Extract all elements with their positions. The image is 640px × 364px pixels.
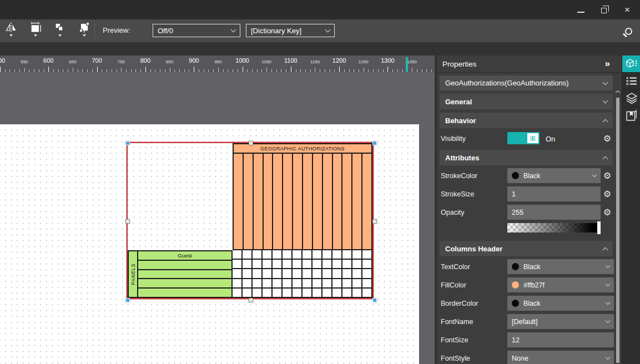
stroke-size-input[interactable]: 1 [507,186,601,201]
authorization-cell[interactable] [332,260,342,268]
authorization-cell[interactable] [273,289,283,297]
authorization-cell[interactable] [233,289,243,297]
authorization-cell[interactable] [263,279,273,287]
row-label-cell[interactable] [138,289,231,297]
authorization-cell[interactable] [332,250,342,259]
authorization-cell[interactable] [313,279,322,287]
authorization-cell[interactable] [362,279,371,287]
authorization-cell[interactable] [303,289,313,297]
transform-shape-button[interactable] [74,22,94,40]
authorization-cell[interactable] [283,289,293,297]
resize-handle-top-left[interactable] [125,141,130,145]
minimize-button[interactable] [569,0,592,19]
authorization-cell[interactable] [233,279,243,287]
scroll-up-icon[interactable] [616,90,620,95]
text-color-dropdown[interactable]: Black [507,259,614,274]
section-behavior[interactable]: Behavior [440,113,613,128]
authorization-cell[interactable] [352,260,362,268]
authorization-cell[interactable] [263,260,273,268]
authorization-cell[interactable] [332,289,342,297]
authorization-cell[interactable] [352,289,362,297]
authorization-cell[interactable] [243,289,253,297]
properties-tab[interactable] [622,55,640,73]
authorization-cell[interactable] [293,260,303,268]
column-header-cell[interactable] [264,154,274,249]
gear-icon[interactable]: ⚙ [601,208,614,217]
fields-list-tab[interactable] [622,73,640,90]
authorization-grid[interactable] [233,250,372,298]
properties-scrollbar[interactable] [616,90,620,364]
authorization-cell[interactable] [313,260,322,268]
authorization-cell[interactable] [233,260,243,268]
authorization-cell[interactable] [322,279,332,287]
authorization-cell[interactable] [303,269,313,277]
resize-handle-bottom-right[interactable] [372,298,377,302]
row-label-cell[interactable] [138,261,231,270]
column-header-cell[interactable] [352,154,362,249]
row-label-cell[interactable] [138,270,231,280]
authorization-cell[interactable] [293,269,303,277]
authorization-cell[interactable] [293,279,303,287]
authorization-cell[interactable] [322,269,332,277]
resize-handle-middle-right[interactable] [372,219,377,224]
row-label-cell[interactable] [138,279,231,289]
authorization-cell[interactable] [332,269,342,277]
authorization-cell[interactable] [233,269,243,277]
column-header-cell[interactable] [293,154,303,249]
collapse-panel-icon[interactable]: » [605,58,609,69]
authorization-cell[interactable] [352,279,362,287]
resize-handle-bottom-left[interactable] [125,298,130,302]
gear-icon[interactable]: ⚙ [601,171,614,180]
column-header-cell[interactable] [323,154,333,249]
authorization-cell[interactable] [233,250,243,259]
authorization-cell[interactable] [313,269,322,277]
authorization-cell[interactable] [293,250,303,259]
section-attributes[interactable]: Attributes [440,150,613,165]
section-columns-header[interactable]: Columns Header [440,241,613,256]
authorization-cell[interactable] [322,260,332,268]
authorization-cell[interactable] [322,250,332,259]
authorization-cell[interactable] [303,250,313,259]
authorization-cell[interactable] [313,289,322,297]
row-labels[interactable]: Guest [138,251,231,297]
dropdown-caret-icon[interactable] [34,34,37,37]
opacity-gradient-slider[interactable] [507,223,601,232]
design-page[interactable]: GEOGRAPHIC AUTHORIZATIONS PANELS Guest [0,124,419,364]
authorization-cell[interactable] [322,289,332,297]
gear-icon[interactable]: ⚙ [601,134,614,143]
column-header-cell[interactable] [333,154,343,249]
authorization-cell[interactable] [362,269,371,277]
border-color-dropdown[interactable]: Black [507,296,614,311]
pages-tab[interactable] [622,107,640,124]
dictionary-key-select[interactable]: [Dictionary Key] [246,24,335,37]
visibility-toggle[interactable] [507,132,540,144]
element-selector-dropdown[interactable]: GeoAuthorizations(GeoAuthorizations) [440,75,613,90]
restore-button[interactable] [592,0,616,19]
resize-handle-middle-left[interactable] [125,219,130,224]
close-button[interactable]: × [616,0,639,19]
authorization-cell[interactable] [352,250,362,259]
scrollbar-thumb[interactable] [616,98,619,363]
panels-rows[interactable]: PANELS Guest [128,250,233,298]
columns-header-bar[interactable]: GEOGRAPHIC AUTHORIZATIONS [233,143,372,154]
flip-shape-button[interactable] [1,22,21,40]
dropdown-caret-icon[interactable] [58,34,62,37]
authorization-cell[interactable] [253,289,263,297]
authorization-cell[interactable] [273,260,283,268]
arrange-shapes-button[interactable] [50,22,70,40]
authorization-cell[interactable] [342,279,352,287]
authorization-cell[interactable] [342,269,352,277]
authorization-cell[interactable] [273,269,283,277]
resize-handle-top-right[interactable] [372,141,377,145]
authorization-cell[interactable] [263,269,273,277]
font-size-input[interactable]: 12 [507,332,614,347]
section-general[interactable]: General [440,94,613,109]
font-name-dropdown[interactable]: [Default] [507,314,614,329]
column-headers[interactable] [233,154,372,250]
authorization-cell[interactable] [303,260,313,268]
authorization-cell[interactable] [253,269,263,277]
dropdown-caret-icon[interactable] [9,34,13,37]
column-header-cell[interactable] [244,154,254,249]
authorization-cell[interactable] [263,289,273,297]
authorization-cell[interactable] [273,250,283,259]
